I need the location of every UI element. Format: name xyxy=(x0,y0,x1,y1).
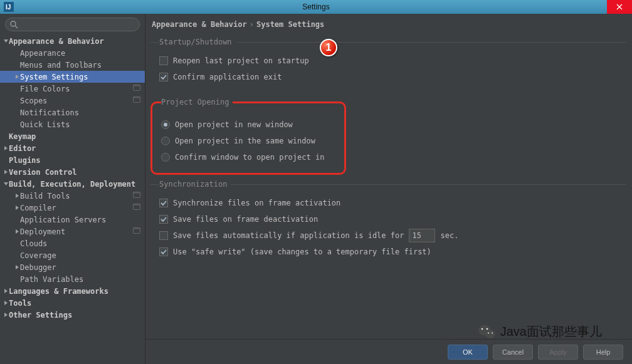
breadcrumb: Appearance & Behavior › System Settings xyxy=(145,14,632,31)
tree-item-label: Build, Execution, Deployment xyxy=(9,180,141,189)
project-scope-icon xyxy=(132,190,141,201)
tree-item-version-control[interactable]: Version Control xyxy=(0,166,145,178)
svg-point-2 xyxy=(11,21,16,26)
checkbox-label: Synchronize files on frame activation xyxy=(173,199,340,207)
tree-arrow-placeholder xyxy=(14,122,20,128)
tree-item-label: System Settings xyxy=(20,73,141,81)
checkbox-save-frame-deactivate[interactable] xyxy=(159,215,168,224)
tree-arrow-icon xyxy=(14,205,20,211)
tree-arrow-placeholder xyxy=(14,98,20,104)
checkbox-sync-frame-activate[interactable] xyxy=(159,199,168,207)
tree-item-label: Version Control xyxy=(9,168,141,177)
tree-item-label: Coverage xyxy=(20,251,141,260)
tree-item-other-settings[interactable]: Other Settings xyxy=(0,309,145,321)
tree-item-file-colors[interactable]: File Colors xyxy=(0,83,145,95)
autosave-seconds-input[interactable] xyxy=(409,229,435,242)
tree-item-clouds[interactable]: Clouds xyxy=(0,237,145,249)
tree-item-label: Clouds xyxy=(20,239,141,248)
tree-item-label: Tools xyxy=(9,299,141,308)
settings-content: Startup/Shutdown Reopen last project on … xyxy=(145,31,632,339)
group-synchronization: Synchronization Synchronize files on fra… xyxy=(150,180,626,268)
tree-arrow-icon xyxy=(14,264,20,271)
title-bar: IJ Settings xyxy=(0,0,632,14)
group-legend: Project Opening xyxy=(161,98,233,107)
tree-item-label: Notifications xyxy=(20,108,141,117)
window-close-button[interactable] xyxy=(607,0,632,14)
tree-item-label: Deployment xyxy=(20,227,132,236)
tree-item-languages-frameworks[interactable]: Languages & Frameworks xyxy=(0,285,145,297)
tree-arrow-placeholder xyxy=(14,62,20,68)
tree-item-keymap[interactable]: Keymap xyxy=(0,130,145,142)
ok-button[interactable]: OK xyxy=(448,345,488,360)
tree-item-label: Other Settings xyxy=(9,311,141,320)
svg-rect-7 xyxy=(134,97,140,99)
close-icon xyxy=(616,4,623,10)
tree-item-label: Plugins xyxy=(9,156,141,165)
tree-item-build-tools[interactable]: Build Tools xyxy=(0,190,145,202)
checkbox-label: Reopen last project on startup xyxy=(173,56,309,65)
annotation-callout-1: 1 xyxy=(320,39,337,56)
tree-arrow-placeholder xyxy=(14,241,20,247)
tree-item-notifications[interactable]: Notifications xyxy=(0,107,145,118)
tree-item-menus-and-toolbars[interactable]: Menus and Toolbars xyxy=(0,59,145,71)
tree-item-editor[interactable]: Editor xyxy=(0,142,145,154)
tree-item-label: Compiler xyxy=(20,204,132,212)
breadcrumb-part: Appearance & Behavior xyxy=(152,20,247,29)
tree-item-label: Languages & Frameworks xyxy=(9,287,141,296)
radio-confirm-window[interactable] xyxy=(161,153,170,162)
tree-arrow-placeholder xyxy=(14,50,20,56)
cancel-button[interactable]: Cancel xyxy=(493,345,533,360)
tree-item-coverage[interactable]: Coverage xyxy=(0,249,145,261)
tree-item-tools[interactable]: Tools xyxy=(0,297,145,309)
tree-item-deployment[interactable]: Deployment xyxy=(0,226,145,237)
checkbox-confirm-exit[interactable] xyxy=(159,73,168,81)
tree-item-plugins[interactable]: Plugins xyxy=(0,154,145,166)
tree-arrow-icon xyxy=(3,169,9,175)
checkbox-label: Save files on frame deactivation xyxy=(173,215,318,224)
tree-item-appearance[interactable]: Appearance xyxy=(0,47,145,59)
tree-arrow-icon xyxy=(14,74,20,80)
tree-item-label: Appearance & Behavior xyxy=(9,37,141,46)
tree-arrow-placeholder xyxy=(14,217,20,223)
dialog-footer: OK Cancel Apply Help xyxy=(145,339,632,364)
tree-item-label: Appearance xyxy=(20,49,141,58)
search-icon xyxy=(9,20,18,29)
tree-item-path-variables[interactable]: Path Variables xyxy=(0,273,145,285)
tree-item-label: Quick Lists xyxy=(20,120,141,129)
tree-item-appearance-behavior[interactable]: Appearance & Behavior xyxy=(0,35,145,47)
breadcrumb-separator: › xyxy=(250,20,254,29)
tree-item-label: Keymap xyxy=(9,132,141,141)
tree-arrow-placeholder xyxy=(14,86,20,92)
project-scope-icon xyxy=(132,202,141,213)
tree-item-label: Debugger xyxy=(20,263,141,272)
tree-item-system-settings[interactable]: System Settings xyxy=(0,71,145,83)
settings-search-input[interactable] xyxy=(21,20,134,29)
tree-arrow-placeholder xyxy=(14,276,20,283)
radio-open-new-window[interactable] xyxy=(161,120,170,129)
svg-line-3 xyxy=(15,26,18,28)
project-scope-icon xyxy=(132,95,141,106)
apply-button[interactable]: Apply xyxy=(538,345,578,360)
tree-arrow-icon xyxy=(3,288,9,294)
tree-item-quick-lists[interactable]: Quick Lists xyxy=(0,118,145,130)
tree-arrow-icon xyxy=(3,38,9,44)
svg-rect-5 xyxy=(134,85,140,87)
tree-item-scopes[interactable]: Scopes xyxy=(0,95,145,107)
tree-arrow-placeholder xyxy=(14,252,20,259)
checkbox-safe-write[interactable] xyxy=(159,247,168,256)
settings-sidebar: Appearance & BehaviorAppearanceMenus and… xyxy=(0,14,145,364)
settings-main: Appearance & Behavior › System Settings … xyxy=(145,14,632,364)
checkbox-autosave-idle[interactable] xyxy=(159,231,168,240)
tree-item-build-execution-deployment[interactable]: Build, Execution, Deployment xyxy=(0,178,145,190)
tree-item-application-servers[interactable]: Application Servers xyxy=(0,214,145,226)
help-button[interactable]: Help xyxy=(583,345,623,360)
radio-open-same-window[interactable] xyxy=(161,137,170,145)
group-startup-shutdown: Startup/Shutdown Reopen last project on … xyxy=(150,38,626,93)
checkbox-reopen-last-project[interactable] xyxy=(159,56,168,65)
settings-search[interactable] xyxy=(5,18,140,31)
tree-arrow-icon xyxy=(3,181,9,187)
tree-item-debugger[interactable]: Debugger xyxy=(0,261,145,273)
svg-rect-9 xyxy=(134,192,140,194)
tree-item-compiler[interactable]: Compiler xyxy=(0,202,145,214)
window-title: Settings xyxy=(302,3,329,11)
